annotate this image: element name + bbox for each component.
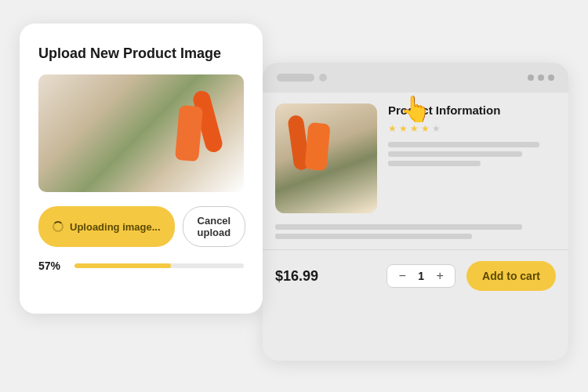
info-line-1 (388, 142, 539, 147)
more-info-lines (263, 224, 568, 249)
spinner-icon (53, 221, 64, 232)
cancel-upload-button[interactable]: Cancel upload (183, 206, 246, 247)
add-to-cart-button[interactable]: Add to cart (466, 261, 556, 291)
more-line-1 (275, 224, 522, 230)
product-stars: ★ ★ ★ ★ ★ (388, 123, 556, 134)
uploading-button[interactable]: Uploading image... (38, 206, 175, 247)
scene: Upload New Product Image Uploading image… (12, 16, 576, 376)
topbar-circle (319, 74, 327, 82)
product-image-sim (38, 74, 244, 192)
quantity-control: − 1 + (387, 264, 456, 288)
star-4: ★ (421, 123, 430, 134)
product-price: $16.99 (275, 268, 376, 285)
progress-bar-fill (74, 263, 171, 268)
uploading-label: Uploading image... (70, 221, 161, 233)
star-2: ★ (399, 123, 408, 134)
quantity-value: 1 (416, 270, 426, 282)
star-1: ★ (388, 123, 397, 134)
info-line-2 (388, 151, 522, 157)
product-card-footer: $16.99 − 1 + Add to cart (263, 249, 568, 302)
star-3: ★ (410, 123, 419, 134)
progress-percent: 57% (38, 260, 67, 272)
upload-buttons: Uploading image... Cancel upload (38, 206, 244, 247)
cursor-hand-icon: 👆 (400, 94, 431, 124)
product-card-topbar (263, 63, 568, 93)
info-lines (388, 142, 556, 166)
info-line-3 (388, 161, 481, 166)
topbar-dots (528, 74, 554, 81)
upload-card-title: Upload New Product Image (38, 45, 244, 62)
progress-bar-track (74, 263, 244, 268)
topbar-left (277, 74, 327, 82)
topbar-dot-3 (548, 74, 554, 81)
quantity-increase-button[interactable]: + (433, 269, 447, 283)
product-image-preview (38, 74, 244, 192)
quantity-decrease-button[interactable]: − (395, 269, 409, 283)
product-card: 👆 Product Information ★ ★ ★ ★ ★ (263, 63, 568, 361)
more-line-2 (275, 234, 472, 239)
product-thumbnail (275, 103, 377, 213)
topbar-dot-1 (528, 74, 534, 81)
star-5: ★ (432, 123, 441, 134)
cancel-label: Cancel upload (198, 215, 231, 238)
product-thumb-sim (275, 103, 377, 213)
topbar-dot-2 (538, 74, 544, 81)
topbar-pill (277, 74, 314, 82)
progress-section: 57% (38, 260, 244, 272)
upload-card: Upload New Product Image Uploading image… (20, 24, 263, 314)
add-to-cart-label: Add to cart (482, 270, 540, 282)
